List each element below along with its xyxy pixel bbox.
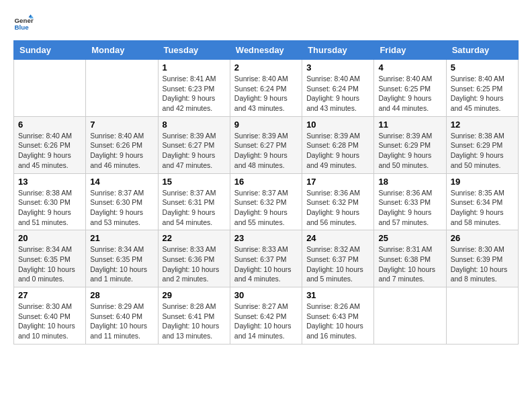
day-of-week-header: Wednesday (230, 41, 302, 60)
day-info: Sunrise: 8:38 AMSunset: 6:30 PMDaylight:… (18, 188, 81, 228)
day-info: Sunrise: 8:30 AMSunset: 6:40 PMDaylight:… (18, 302, 81, 341)
day-info: Sunrise: 8:39 AMSunset: 6:29 PMDaylight:… (378, 131, 441, 171)
day-number: 8 (163, 120, 226, 130)
calendar-cell: 14Sunrise: 8:37 AMSunset: 6:30 PMDayligh… (86, 173, 158, 230)
calendar-cell: 31Sunrise: 8:26 AMSunset: 6:43 PMDayligh… (302, 287, 374, 345)
day-info: Sunrise: 8:31 AMSunset: 6:38 PMDaylight:… (378, 244, 441, 284)
day-info: Sunrise: 8:32 AMSunset: 6:37 PMDaylight:… (306, 244, 369, 284)
day-number: 31 (306, 290, 369, 300)
calendar-cell: 9Sunrise: 8:39 AMSunset: 6:27 PMDaylight… (230, 116, 302, 173)
day-info: Sunrise: 8:41 AMSunset: 6:23 PMDaylight:… (163, 74, 226, 113)
day-of-week-header: Saturday (446, 41, 518, 60)
calendar-cell: 30Sunrise: 8:27 AMSunset: 6:42 PMDayligh… (230, 287, 302, 345)
calendar-cell: 26Sunrise: 8:30 AMSunset: 6:39 PMDayligh… (446, 230, 518, 287)
calendar-cell: 5Sunrise: 8:40 AMSunset: 6:25 PMDaylight… (446, 60, 518, 117)
calendar-cell: 11Sunrise: 8:39 AMSunset: 6:29 PMDayligh… (374, 116, 446, 173)
day-number: 21 (90, 233, 153, 243)
day-number: 28 (90, 290, 153, 300)
day-info: Sunrise: 8:37 AMSunset: 6:30 PMDaylight:… (90, 188, 153, 228)
day-of-week-header: Monday (86, 41, 158, 60)
day-number: 2 (234, 62, 298, 73)
day-number: 5 (451, 62, 514, 73)
calendar-cell: 24Sunrise: 8:32 AMSunset: 6:37 PMDayligh… (302, 230, 374, 287)
day-info: Sunrise: 8:34 AMSunset: 6:35 PMDaylight:… (90, 244, 153, 284)
svg-text:Blue: Blue (15, 24, 30, 31)
calendar-cell: 4Sunrise: 8:40 AMSunset: 6:25 PMDaylight… (374, 60, 446, 117)
calendar-cell: 20Sunrise: 8:34 AMSunset: 6:35 PMDayligh… (14, 230, 86, 287)
day-number: 3 (306, 62, 369, 73)
calendar-cell: 1Sunrise: 8:41 AMSunset: 6:23 PMDaylight… (158, 60, 230, 117)
day-info: Sunrise: 8:30 AMSunset: 6:39 PMDaylight:… (451, 244, 514, 284)
calendar-cell: 18Sunrise: 8:36 AMSunset: 6:33 PMDayligh… (374, 173, 446, 230)
day-info: Sunrise: 8:39 AMSunset: 6:27 PMDaylight:… (163, 131, 226, 171)
day-number: 25 (378, 233, 441, 243)
day-number: 9 (234, 120, 298, 130)
calendar-cell: 23Sunrise: 8:33 AMSunset: 6:37 PMDayligh… (230, 230, 302, 287)
day-number: 27 (18, 290, 81, 300)
day-info: Sunrise: 8:33 AMSunset: 6:37 PMDaylight:… (234, 244, 298, 284)
calendar-cell: 3Sunrise: 8:40 AMSunset: 6:24 PMDaylight… (302, 60, 374, 117)
calendar-cell: 25Sunrise: 8:31 AMSunset: 6:38 PMDayligh… (374, 230, 446, 287)
day-number: 24 (306, 233, 369, 243)
page-header: General Blue (13, 13, 519, 34)
day-info: Sunrise: 8:40 AMSunset: 6:24 PMDaylight:… (234, 74, 298, 113)
day-number: 6 (18, 120, 81, 130)
calendar-cell: 27Sunrise: 8:30 AMSunset: 6:40 PMDayligh… (14, 287, 86, 345)
day-info: Sunrise: 8:34 AMSunset: 6:35 PMDaylight:… (18, 244, 81, 284)
day-number: 17 (306, 177, 369, 187)
calendar-cell (86, 60, 158, 117)
day-info: Sunrise: 8:26 AMSunset: 6:43 PMDaylight:… (306, 302, 369, 341)
day-of-week-header: Tuesday (158, 41, 230, 60)
day-number: 1 (163, 62, 226, 73)
calendar-cell: 10Sunrise: 8:39 AMSunset: 6:28 PMDayligh… (302, 116, 374, 173)
day-number: 11 (378, 120, 441, 130)
calendar-cell: 12Sunrise: 8:38 AMSunset: 6:29 PMDayligh… (446, 116, 518, 173)
day-info: Sunrise: 8:39 AMSunset: 6:27 PMDaylight:… (234, 131, 298, 171)
day-info: Sunrise: 8:36 AMSunset: 6:33 PMDaylight:… (378, 188, 441, 228)
logo: General Blue (13, 13, 34, 34)
calendar-cell: 7Sunrise: 8:40 AMSunset: 6:26 PMDaylight… (86, 116, 158, 173)
day-info: Sunrise: 8:40 AMSunset: 6:25 PMDaylight:… (378, 74, 441, 113)
day-number: 15 (163, 177, 226, 187)
calendar-cell (374, 287, 446, 345)
day-number: 10 (306, 120, 369, 130)
day-info: Sunrise: 8:39 AMSunset: 6:28 PMDaylight:… (306, 131, 369, 171)
day-info: Sunrise: 8:40 AMSunset: 6:25 PMDaylight:… (451, 74, 514, 113)
day-info: Sunrise: 8:35 AMSunset: 6:34 PMDaylight:… (451, 188, 514, 228)
calendar-cell: 22Sunrise: 8:33 AMSunset: 6:36 PMDayligh… (158, 230, 230, 287)
day-number: 18 (378, 177, 441, 187)
day-number: 13 (18, 177, 81, 187)
day-info: Sunrise: 8:37 AMSunset: 6:31 PMDaylight:… (163, 188, 226, 228)
calendar-cell: 29Sunrise: 8:28 AMSunset: 6:41 PMDayligh… (158, 287, 230, 345)
calendar-cell: 28Sunrise: 8:29 AMSunset: 6:40 PMDayligh… (86, 287, 158, 345)
calendar-cell: 19Sunrise: 8:35 AMSunset: 6:34 PMDayligh… (446, 173, 518, 230)
day-number: 7 (90, 120, 153, 130)
day-info: Sunrise: 8:40 AMSunset: 6:26 PMDaylight:… (18, 131, 81, 171)
day-number: 26 (451, 233, 514, 243)
day-number: 22 (163, 233, 226, 243)
day-of-week-header: Sunday (14, 41, 86, 60)
day-number: 12 (451, 120, 514, 130)
calendar-cell: 21Sunrise: 8:34 AMSunset: 6:35 PMDayligh… (86, 230, 158, 287)
day-info: Sunrise: 8:36 AMSunset: 6:32 PMDaylight:… (306, 188, 369, 228)
calendar-cell: 2Sunrise: 8:40 AMSunset: 6:24 PMDaylight… (230, 60, 302, 117)
day-info: Sunrise: 8:27 AMSunset: 6:42 PMDaylight:… (234, 302, 298, 341)
logo-icon: General Blue (13, 13, 34, 34)
day-info: Sunrise: 8:28 AMSunset: 6:41 PMDaylight:… (163, 302, 226, 341)
calendar-table: SundayMondayTuesdayWednesdayThursdayFrid… (13, 40, 519, 345)
day-number: 16 (234, 177, 298, 187)
calendar-cell: 6Sunrise: 8:40 AMSunset: 6:26 PMDaylight… (14, 116, 86, 173)
day-info: Sunrise: 8:40 AMSunset: 6:26 PMDaylight:… (90, 131, 153, 171)
calendar-cell (14, 60, 86, 117)
day-info: Sunrise: 8:37 AMSunset: 6:32 PMDaylight:… (234, 188, 298, 228)
day-of-week-header: Thursday (302, 41, 374, 60)
calendar-cell: 17Sunrise: 8:36 AMSunset: 6:32 PMDayligh… (302, 173, 374, 230)
day-number: 23 (234, 233, 298, 243)
day-info: Sunrise: 8:40 AMSunset: 6:24 PMDaylight:… (306, 74, 369, 113)
calendar-cell (446, 287, 518, 345)
day-info: Sunrise: 8:29 AMSunset: 6:40 PMDaylight:… (90, 302, 153, 341)
day-info: Sunrise: 8:38 AMSunset: 6:29 PMDaylight:… (451, 131, 514, 171)
day-number: 14 (90, 177, 153, 187)
day-of-week-header: Friday (374, 41, 446, 60)
day-number: 29 (163, 290, 226, 300)
